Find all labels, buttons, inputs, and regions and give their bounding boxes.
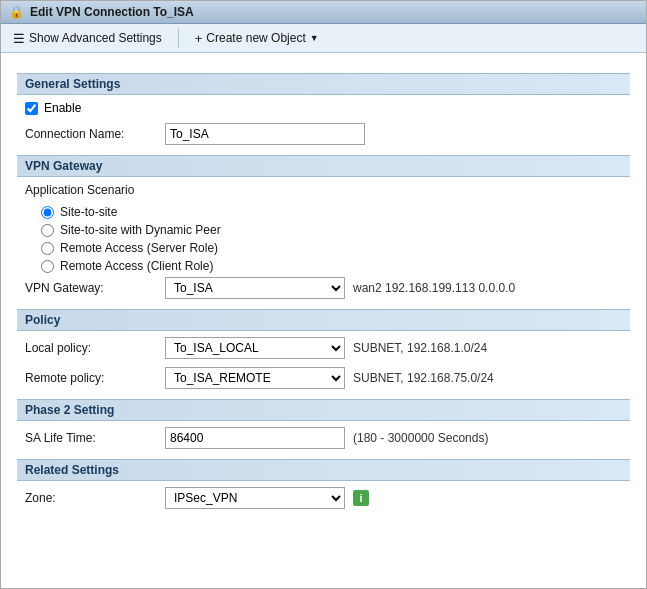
title-bar: 🔒 Edit VPN Connection To_ISA <box>1 1 646 24</box>
connection-name-row: Connection Name: <box>17 123 630 145</box>
sa-life-time-label: SA Life Time: <box>25 431 165 445</box>
remote-policy-row: Remote policy: To_ISA_REMOTE SUBNET, 192… <box>17 367 630 389</box>
connection-name-control <box>165 123 630 145</box>
sa-life-time-row: SA Life Time: (180 - 3000000 Seconds) <box>17 427 630 449</box>
zone-control: IPSec_VPN i <box>165 487 630 509</box>
show-advanced-settings-button[interactable]: ☰ Show Advanced Settings <box>9 29 166 48</box>
radio-site-to-site[interactable] <box>41 206 54 219</box>
settings-icon: ☰ <box>13 31 25 46</box>
connection-name-label: Connection Name: <box>25 127 165 141</box>
enable-checkbox[interactable] <box>25 102 38 115</box>
vpn-gateway-select[interactable]: To_ISA <box>165 277 345 299</box>
radio-site-to-site-row: Site-to-site <box>41 205 630 219</box>
toolbar-divider <box>178 28 179 48</box>
radio-site-to-site-dynamic[interactable] <box>41 224 54 237</box>
radio-dynamic-peer-label: Site-to-site with Dynamic Peer <box>60 223 221 237</box>
general-settings-header: General Settings <box>17 73 630 95</box>
local-policy-row: Local policy: To_ISA_LOCAL SUBNET, 192.1… <box>17 337 630 359</box>
vpn-gateway-control: To_ISA wan2 192.168.199.113 0.0.0.0 <box>165 277 630 299</box>
radio-site-to-site-label: Site-to-site <box>60 205 117 219</box>
application-scenario-group: Site-to-site Site-to-site with Dynamic P… <box>17 205 630 273</box>
radio-remote-server-label: Remote Access (Server Role) <box>60 241 218 255</box>
create-new-object-button[interactable]: + Create new Object ▼ <box>191 29 323 48</box>
remote-policy-label: Remote policy: <box>25 371 165 385</box>
sa-life-time-control: (180 - 3000000 Seconds) <box>165 427 630 449</box>
policy-header: Policy <box>17 309 630 331</box>
related-settings-header: Related Settings <box>17 459 630 481</box>
zone-label: Zone: <box>25 491 165 505</box>
content-area: General Settings Enable Connection Name:… <box>1 53 646 527</box>
vpn-gateway-info: wan2 192.168.199.113 0.0.0.0 <box>353 281 515 295</box>
connection-name-input[interactable] <box>165 123 365 145</box>
vpn-gateway-header: VPN Gateway <box>17 155 630 177</box>
toolbar: ☰ Show Advanced Settings + Create new Ob… <box>1 24 646 53</box>
local-policy-select[interactable]: To_ISA_LOCAL <box>165 337 345 359</box>
sa-life-time-hint: (180 - 3000000 Seconds) <box>353 431 488 445</box>
window-title: Edit VPN Connection To_ISA <box>30 5 194 19</box>
radio-remote-client-label: Remote Access (Client Role) <box>60 259 213 273</box>
local-policy-label: Local policy: <box>25 341 165 355</box>
dropdown-arrow-icon: ▼ <box>310 33 319 43</box>
vpn-gateway-row: VPN Gateway: To_ISA wan2 192.168.199.113… <box>17 277 630 299</box>
enable-row: Enable <box>17 101 630 115</box>
remote-policy-info: SUBNET, 192.168.75.0/24 <box>353 371 494 385</box>
remote-policy-select[interactable]: To_ISA_REMOTE <box>165 367 345 389</box>
vpn-icon: 🔒 <box>9 5 24 19</box>
zone-select[interactable]: IPSec_VPN <box>165 487 345 509</box>
radio-dynamic-peer-row: Site-to-site with Dynamic Peer <box>41 223 630 237</box>
sa-life-time-input[interactable] <box>165 427 345 449</box>
create-icon: + <box>195 31 203 46</box>
radio-remote-server-row: Remote Access (Server Role) <box>41 241 630 255</box>
local-policy-info: SUBNET, 192.168.1.0/24 <box>353 341 487 355</box>
enable-label: Enable <box>44 101 81 115</box>
radio-remote-client-row: Remote Access (Client Role) <box>41 259 630 273</box>
phase2-header: Phase 2 Setting <box>17 399 630 421</box>
remote-policy-control: To_ISA_REMOTE SUBNET, 192.168.75.0/24 <box>165 367 630 389</box>
zone-info-icon[interactable]: i <box>353 490 369 506</box>
radio-remote-server[interactable] <box>41 242 54 255</box>
local-policy-control: To_ISA_LOCAL SUBNET, 192.168.1.0/24 <box>165 337 630 359</box>
vpn-gateway-label: VPN Gateway: <box>25 281 165 295</box>
radio-remote-client[interactable] <box>41 260 54 273</box>
app-scenario-label: Application Scenario <box>25 183 165 197</box>
app-scenario-label-row: Application Scenario <box>17 183 630 197</box>
zone-row: Zone: IPSec_VPN i <box>17 487 630 509</box>
